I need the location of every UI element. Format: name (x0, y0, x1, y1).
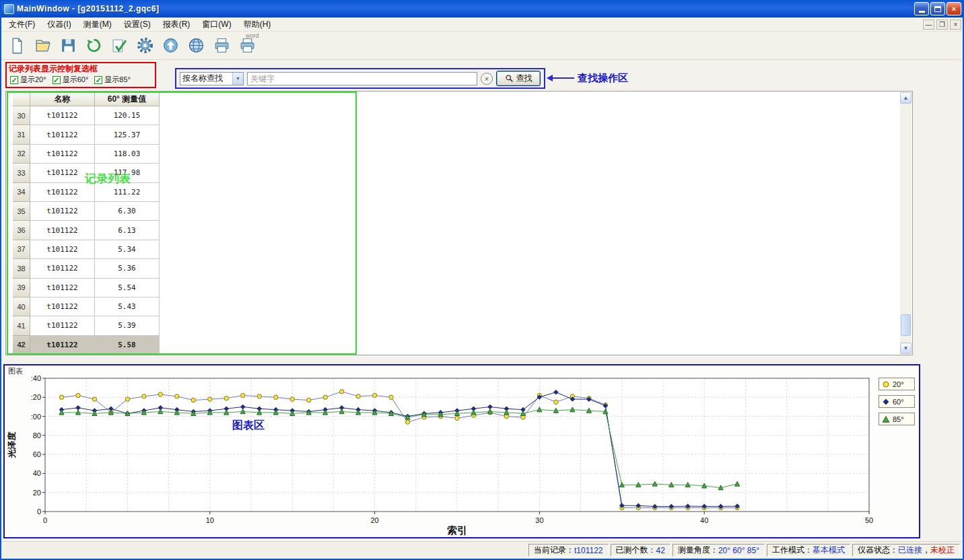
menu-item-help[interactable]: 帮助(H) (238, 18, 277, 32)
mdi-minimize-icon: — (926, 21, 932, 28)
row-number-cell[interactable]: 39 (13, 279, 30, 298)
value-cell[interactable]: 5.34 (95, 240, 160, 259)
svg-text:0: 0 (43, 516, 47, 524)
name-cell[interactable]: t101122 (30, 240, 95, 259)
name-cell[interactable]: t101122 (30, 202, 95, 221)
row-number-cell[interactable]: 40 (13, 298, 30, 316)
record-scrollbar[interactable]: ▲ ▼ (900, 92, 911, 354)
search-icon (505, 74, 514, 83)
name-cell[interactable]: t101122 (30, 145, 95, 164)
value-cell[interactable]: 118.03 (95, 145, 160, 164)
name-cell[interactable]: t101122 (30, 221, 95, 240)
print-word-button[interactable]: word (236, 34, 259, 57)
open-file-button[interactable] (31, 34, 54, 57)
display-angle-checkbox-1[interactable]: ✓显示60° (53, 75, 89, 85)
scroll-up-button[interactable]: ▲ (900, 92, 911, 104)
svg-text::40: :40 (31, 374, 41, 382)
mdi-minimize-button[interactable]: — (923, 20, 934, 30)
record-table[interactable]: 名称60° 测量值30t101122120.1531t101122125.373… (13, 92, 160, 355)
status-text: 基本模式 (813, 545, 845, 556)
row-number-cell[interactable]: 36 (13, 221, 30, 240)
row-number-cell[interactable]: 32 (13, 145, 30, 164)
new-file-button[interactable] (5, 34, 28, 57)
value-cell[interactable]: 120.15 (95, 106, 160, 125)
display-angle-checkbox-0[interactable]: ✓显示20° (10, 75, 46, 85)
apply-check-icon (111, 37, 128, 54)
table-row[interactable]: 37t1011225.34 (13, 240, 160, 259)
menu-item-file[interactable]: 文件(F) (3, 18, 41, 32)
name-cell[interactable]: t101122 (30, 125, 95, 144)
table-row[interactable]: 40t1011225.43 (13, 298, 160, 316)
mdi-restore-button[interactable]: ❐ (936, 20, 948, 30)
menu-item-instrument[interactable]: 仪器(I) (41, 18, 77, 32)
menu-item-settings[interactable]: 设置(S) (118, 18, 157, 32)
status-text: 工作模式： (772, 545, 813, 556)
row-number-cell[interactable]: 35 (13, 202, 30, 221)
value-cell[interactable]: 5.58 (95, 336, 160, 355)
table-row[interactable]: 32t101122118.03 (13, 145, 160, 164)
row-number-cell[interactable]: 38 (13, 259, 30, 278)
upload-button[interactable] (159, 34, 182, 57)
row-number-cell[interactable]: 30 (13, 106, 30, 125)
value-cell[interactable]: 5.54 (95, 279, 160, 298)
menu-item-report[interactable]: 报表(R) (157, 18, 197, 32)
value-cell[interactable]: 6.30 (95, 202, 160, 221)
name-cell[interactable]: t101122 (30, 106, 95, 125)
refresh-icon (85, 37, 102, 54)
name-cell[interactable]: t101122 (30, 316, 95, 335)
value-cell[interactable]: 5.39 (95, 316, 160, 335)
name-cell[interactable]: t101122 (30, 259, 95, 278)
table-row[interactable]: 38t1011225.36 (13, 259, 160, 278)
search-mode-combobox[interactable]: 按名称查找 ▼ (180, 72, 244, 85)
value-cell[interactable]: 5.36 (95, 259, 160, 278)
settings-gear-button[interactable] (133, 34, 156, 57)
menu-item-measure[interactable]: 测量(M) (77, 18, 118, 32)
value-cell[interactable]: 5.43 (95, 298, 160, 316)
refresh-button[interactable] (82, 34, 105, 57)
chevron-down-icon[interactable]: ▼ (232, 73, 243, 85)
table-row[interactable]: 36t1011226.13 (13, 221, 160, 240)
save-file-button[interactable] (57, 34, 79, 57)
name-cell[interactable]: t101122 (30, 298, 95, 316)
search-area: 按名称查找 ▼ × 查找 (175, 68, 545, 89)
row-number-cell[interactable]: 31 (13, 125, 30, 144)
svg-text::00: :00 (31, 413, 41, 421)
clear-search-button[interactable]: × (481, 73, 493, 85)
svg-text:20: 20 (370, 516, 378, 524)
apply-check-button[interactable] (108, 34, 131, 57)
sync-globe-button[interactable] (184, 34, 207, 57)
row-number-cell[interactable]: 34 (13, 183, 30, 202)
scroll-down-button[interactable]: ▼ (900, 343, 911, 354)
mdi-close-button[interactable]: × (950, 20, 961, 30)
table-row[interactable]: 31t101122125.37 (13, 125, 160, 144)
legend-item-20°[interactable]: 20° (879, 378, 915, 390)
search-keyword-input[interactable] (247, 72, 477, 85)
value-cell[interactable]: 6.13 (95, 221, 160, 240)
name-cell[interactable]: t101122 (30, 279, 95, 298)
value-cell[interactable]: 125.37 (95, 125, 160, 144)
table-row[interactable]: 35t1011226.30 (13, 202, 160, 221)
close-button[interactable]: × (946, 2, 961, 15)
minimize-button[interactable] (914, 2, 929, 15)
legend-item-60°[interactable]: 60° (879, 395, 915, 408)
row-number-cell[interactable]: 37 (13, 240, 30, 259)
maximize-button[interactable] (930, 2, 945, 15)
table-row[interactable]: 41t1011225.39 (13, 316, 160, 335)
table-row[interactable]: 30t101122120.15 (13, 106, 160, 125)
table-row[interactable]: 39t1011225.54 (13, 279, 160, 298)
legend-label: 20° (893, 380, 904, 388)
svg-text:80: 80 (33, 431, 41, 440)
maximize-icon (934, 6, 941, 12)
row-number-cell[interactable]: 42 (13, 336, 30, 355)
menu-item-window[interactable]: 窗口(W) (196, 18, 237, 32)
scrollbar-thumb[interactable] (901, 314, 911, 336)
find-button[interactable]: 查找 (496, 71, 541, 86)
name-cell[interactable]: t101122 (30, 336, 95, 355)
print-button[interactable] (210, 34, 233, 57)
clear-icon: × (485, 75, 489, 83)
legend-item-85°[interactable]: 85° (879, 413, 915, 425)
table-row[interactable]: 42t1011225.58 (13, 336, 160, 355)
display-angle-checkbox-2[interactable]: ✓显示85° (94, 75, 131, 85)
row-number-cell[interactable]: 33 (13, 164, 30, 182)
row-number-cell[interactable]: 41 (13, 316, 30, 335)
